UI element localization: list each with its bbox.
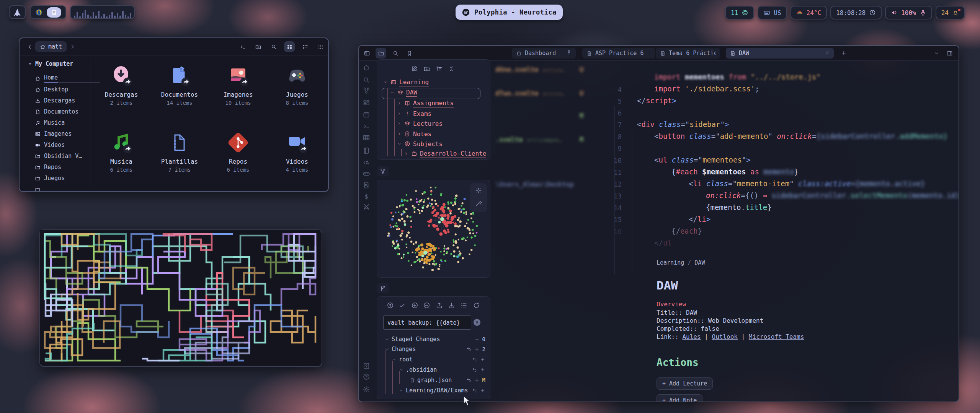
- folder-repos[interactable]: Repos6 items: [213, 132, 263, 173]
- git-backup-button[interactable]: [387, 302, 394, 309]
- tree-item-lectures[interactable]: Lectures: [397, 119, 443, 128]
- plus-action-icon[interactable]: [480, 367, 485, 372]
- header-sidebar-left-button[interactable]: [361, 48, 372, 59]
- plus-action-icon[interactable]: [480, 357, 485, 362]
- git-refresh-button[interactable]: [473, 302, 480, 309]
- folder-documentos[interactable]: Documentos14 items: [155, 65, 204, 106]
- graph-fil4ter-icon[interactable]: [475, 200, 482, 207]
- link-microsoft-teams[interactable]: Microsoft Teams: [749, 333, 804, 340]
- tray-updates[interactable]: 11: [725, 6, 754, 20]
- breadcrumb[interactable]: matt: [35, 41, 67, 52]
- app-launcher-button[interactable]: [9, 5, 26, 19]
- folder-descargas[interactable]: Descargas2 items: [96, 65, 146, 106]
- folder-imagenes[interactable]: Imagenes10 items: [213, 65, 263, 106]
- tree-item-exams[interactable]: Exams: [397, 109, 431, 118]
- sidebar-item-desktop[interactable]: Desktop: [35, 85, 68, 94]
- ribbon-share-graph-button[interactable]: [363, 87, 370, 94]
- sidebar-item-home[interactable]: Home: [35, 74, 58, 83]
- ribbon-table-button[interactable]: [363, 134, 370, 141]
- tray-keyboard-layout[interactable]: US: [758, 6, 787, 20]
- graph-settings-icon[interactable]: [475, 187, 482, 194]
- git-file-list-button[interactable]: [460, 302, 467, 309]
- tree-item-daw[interactable]: DAW: [390, 88, 417, 97]
- ribbon-swords-button[interactable]: [363, 203, 370, 210]
- ribbon-book-button[interactable]: [363, 147, 370, 154]
- folder-musica[interactable]: Musica6 items: [96, 132, 146, 173]
- sidebar-item-documentos[interactable]: Documentos: [35, 107, 78, 116]
- ribbon-vault-button[interactable]: [363, 362, 370, 370]
- git-row-root[interactable]: root: [377, 356, 490, 363]
- git-commit-button[interactable]: [399, 302, 406, 309]
- new-tab-button[interactable]: [838, 48, 849, 59]
- ribbon-search-button[interactable]: [363, 76, 370, 84]
- toolbar-list-view-button[interactable]: [300, 41, 310, 52]
- undo-action-icon[interactable]: [472, 357, 477, 362]
- toolbar-grid-view-button[interactable]: [284, 41, 295, 52]
- tray-weather[interactable]: 24°C: [791, 6, 827, 20]
- git-row-graph-json[interactable]: graph.jsonM: [377, 376, 490, 384]
- tray-notifications[interactable]: 24: [936, 6, 965, 20]
- git-row-learning-daw-exams[interactable]: Learning/DAW/Exams: [377, 387, 490, 394]
- git-stage-all-button[interactable]: [411, 302, 418, 309]
- taskbar-app-firefox[interactable]: [35, 8, 43, 16]
- close-tab-icon[interactable]: [825, 50, 830, 55]
- sidebar-item-descargas[interactable]: Descargas: [35, 96, 75, 105]
- clear-commit-message-button[interactable]: ×: [474, 319, 480, 326]
- toolbar-folder-plus-button[interactable]: [253, 41, 263, 52]
- ribbon-dollar-button[interactable]: [363, 193, 370, 200]
- git-push-button[interactable]: [436, 302, 443, 309]
- tab-dashboard[interactable]: Dashboard: [512, 48, 576, 59]
- tab-list-chevron-button[interactable]: [931, 48, 942, 59]
- commit-message-input[interactable]: [383, 315, 471, 330]
- tab-asp-practice-6[interactable]: ASP Practice 6: [582, 48, 655, 59]
- ribbon-help-button[interactable]: [363, 373, 370, 380]
- git-pull-button[interactable]: [448, 302, 455, 309]
- tree-item-assignments[interactable]: Assignments: [397, 99, 454, 107]
- plus-action-icon[interactable]: [480, 388, 485, 393]
- undo-action-icon[interactable]: [472, 388, 477, 393]
- ribbon-calendar-button[interactable]: [363, 111, 370, 119]
- folder-videos[interactable]: Videos4 items: [272, 132, 322, 173]
- minus-action-icon[interactable]: [474, 337, 480, 342]
- header-folder-button[interactable]: [376, 48, 386, 59]
- ribbon-terminal-button[interactable]: [363, 122, 370, 130]
- ribbon-gamepad-button[interactable]: [363, 170, 370, 177]
- sidebar-item-obsidianv[interactable]: Obsidian V…: [35, 152, 82, 160]
- sidebar-item-videos[interactable]: Videos: [35, 141, 65, 149]
- explorer-new-folder-button[interactable]: [423, 65, 430, 72]
- tree-item-learning[interactable]: Learning: [383, 78, 429, 86]
- git-view-badge[interactable]: [377, 166, 389, 176]
- editor-pane[interactable]: dOne.svelte src\co…UdTwo.svelte src\co…U…: [495, 60, 959, 402]
- ribbon-dashboard-button[interactable]: [363, 99, 370, 107]
- tray-volume[interactable]: 100%: [885, 6, 932, 20]
- ribbon-settings-button[interactable]: [363, 385, 370, 393]
- button-add-note[interactable]: + Add Note: [657, 394, 702, 402]
- note-breadcrumb[interactable]: Learning / DAW: [657, 259, 959, 266]
- taskbar-app-notes-app[interactable]: [47, 7, 61, 18]
- forward-button[interactable]: [67, 41, 78, 52]
- tree-item-desarrollo-cliente[interactable]: Desarrollo-Cliente: [404, 150, 486, 158]
- toolbar-search-button[interactable]: [268, 41, 279, 52]
- explorer-sort-button[interactable]: [436, 65, 443, 72]
- header-bookmark-button[interactable]: [404, 48, 415, 59]
- tree-item-subjects[interactable]: Subjects: [397, 140, 443, 148]
- explorer-collapse-button[interactable]: [448, 65, 455, 72]
- link-outlook[interactable]: Outlook: [712, 333, 738, 340]
- link-aules[interactable]: Aules: [682, 333, 701, 340]
- folder-juegos[interactable]: Juegos8 items: [272, 65, 322, 106]
- folder-plantillas[interactable]: Plantillas7 items: [155, 132, 204, 173]
- git-row-changes[interactable]: Changes2: [377, 345, 490, 353]
- git-unstage-all-button[interactable]: [423, 302, 430, 309]
- toolbar-compact-view-button[interactable]: [315, 41, 326, 52]
- sidebar-item-repos[interactable]: Repos: [35, 163, 61, 171]
- sidebar-item-folder[interactable]: [35, 185, 44, 192]
- ribbon-home-button[interactable]: [363, 64, 370, 72]
- ribbon-code-percent-button[interactable]: [363, 159, 370, 166]
- toggle-right-sidebar-button[interactable]: [944, 48, 955, 59]
- breadcrumb-segment[interactable]: DAW: [694, 259, 705, 266]
- tab-daw[interactable]: DAW: [726, 48, 834, 59]
- sidebar-item-juegos[interactable]: Juegos: [35, 174, 65, 182]
- explorer-new-note-button[interactable]: [411, 65, 418, 72]
- git-row--obsidian[interactable]: .obsidian: [377, 366, 490, 374]
- undo-action-icon[interactable]: [466, 346, 472, 352]
